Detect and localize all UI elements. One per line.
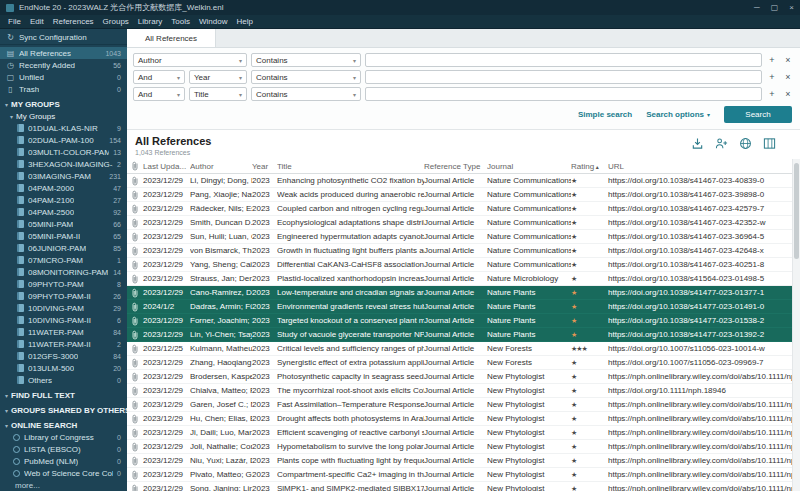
table-row[interactable]: 2023/12/29Forner, Joachim; Klei...2023Ta…: [127, 314, 792, 328]
table-row[interactable]: 2023/12/29Garen, Josef C.; Mich...2023Fa…: [127, 398, 792, 412]
table-row[interactable]: 2023/12/29Joli, Nathalie; Concia...2023H…: [127, 440, 792, 454]
group-item-11water-pam-ii[interactable]: 11WATER-PAM-II2: [0, 338, 127, 350]
remove-search-row-button[interactable]: ×: [782, 72, 794, 82]
search-value-input[interactable]: [365, 87, 762, 101]
group-item-07micro-pam[interactable]: 07MICRO-PAM1: [0, 254, 127, 266]
search-field-select[interactable]: Author▾: [133, 53, 247, 67]
online-item-pubmed-nlm[interactable]: PubMed (NLM)0: [0, 455, 127, 467]
group-item-06junior-pam[interactable]: 06JUNIOR-PAM85: [0, 242, 127, 254]
vertical-scrollbar[interactable]: [792, 159, 800, 491]
group-item-11water-pam[interactable]: 11WATER-PAM84: [0, 326, 127, 338]
group-item-04pam-2100[interactable]: 04PAM-210027: [0, 194, 127, 206]
column-header-journal[interactable]: Journal: [487, 162, 571, 171]
table-row[interactable]: 2023/12/29Rädecker, Nils; Escrig...2023C…: [127, 202, 792, 216]
group-item-04pam-2000[interactable]: 04PAM-200047: [0, 182, 127, 194]
table-row[interactable]: 2023/12/29Hu, Chen; Elias, Edua...2023Dr…: [127, 412, 792, 426]
search-condition-select[interactable]: Contains▾: [251, 87, 361, 101]
table-row[interactable]: 2024/1/2Dadras, Armin; Fürst-...2023Envi…: [127, 300, 792, 314]
group-item-08monitoring-pam[interactable]: 08MONITORING-PAM14: [0, 266, 127, 278]
close-button[interactable]: ×: [789, 3, 794, 12]
simple-search-link[interactable]: Simple search: [578, 110, 632, 119]
sidebar-item-recently-added[interactable]: ◷Recently Added56: [0, 59, 127, 71]
column-header-reference-type[interactable]: Reference Type: [424, 162, 487, 171]
layout-columns-icon[interactable]: [763, 137, 776, 150]
scrollbar-thumb[interactable]: [794, 163, 799, 259]
online-item-library-of-congress[interactable]: Library of Congress0: [0, 431, 127, 443]
menu-edit[interactable]: Edit: [26, 16, 48, 27]
add-search-row-button[interactable]: +: [766, 55, 778, 65]
online-item-web-of-science-core-colle[interactable]: Web of Science Core Colle...0: [0, 467, 127, 479]
search-field-select[interactable]: Year▾: [189, 70, 247, 84]
column-header-title[interactable]: Title: [277, 162, 424, 171]
group-item-09phyto-pam[interactable]: 09PHYTO-PAM8: [0, 278, 127, 290]
table-row[interactable]: 2023/12/29Yang, Sheng; Cai, We...2023Dif…: [127, 258, 792, 272]
group-item-others[interactable]: Others0: [0, 374, 127, 386]
group-item-05mini-pam-ii[interactable]: 05MINI-PAM-II65: [0, 230, 127, 242]
column-header-rating[interactable]: Rating ▴: [571, 162, 608, 171]
sidebar-item-all-references[interactable]: ▤All References1043: [0, 47, 127, 59]
maximize-button[interactable]: ▢: [771, 3, 779, 12]
sidebar-subsection-my-groups[interactable]: ▾ My Groups: [0, 110, 127, 122]
column-header-author[interactable]: Author: [190, 162, 252, 171]
table-row[interactable]: 2023/12/29Smith, Duncan D.; Ad...2023Eco…: [127, 216, 792, 230]
add-search-row-button[interactable]: +: [766, 72, 778, 82]
menu-file[interactable]: File: [4, 16, 25, 27]
group-item-10diving-pam[interactable]: 10DIVING-PAM29: [0, 302, 127, 314]
attachment-column-icon[interactable]: [127, 161, 143, 171]
sidebar-sync-configuration[interactable]: ↻ Sync Configuration: [0, 30, 127, 45]
column-header-last-upda[interactable]: Last Upda...: [143, 162, 190, 171]
search-value-input[interactable]: [365, 70, 762, 84]
search-options-link[interactable]: Search options ▾: [646, 110, 710, 119]
group-item-05mini-pam[interactable]: 05MINI-PAM66: [0, 218, 127, 230]
online-item-lista-ebsco[interactable]: LISTA (EBSCO)0: [0, 443, 127, 455]
table-row[interactable]: 2023/12/29Zhang, Haoqiang; Ha...2023Syne…: [127, 356, 792, 370]
sidebar-section-my-groups[interactable]: ▾ MY GROUPS: [0, 98, 127, 110]
menu-window[interactable]: Window: [195, 16, 231, 27]
table-row[interactable]: 2023/12/29Pang, Xiaojie; Nawro...2023Wea…: [127, 188, 792, 202]
group-item-10diving-pam-ii[interactable]: 10DIVING-PAM-II6: [0, 314, 127, 326]
table-row[interactable]: 2023/12/29Niu, Yuxi; Lazár, Duša...2023P…: [127, 454, 792, 468]
table-row[interactable]: 2023/12/29Lin, Yi-Chen; Tsay, Yi-...2023…: [127, 328, 792, 342]
sidebar-section-groups-shared[interactable]: ▾ GROUPS SHARED BY OTHERS: [0, 404, 127, 416]
table-row[interactable]: 2023/12/29Cano-Ramirez, Dora...2023Low-t…: [127, 286, 792, 300]
add-search-row-button[interactable]: +: [766, 89, 778, 99]
minimize-button[interactable]: ─: [754, 3, 760, 12]
sidebar-item-unfiled[interactable]: ▢Unfiled0: [0, 71, 127, 83]
remove-search-row-button[interactable]: ×: [782, 55, 794, 65]
sidebar-item-more[interactable]: more...: [0, 479, 127, 491]
group-item-03imaging-pam[interactable]: 03IMAGING-PAM231: [0, 170, 127, 182]
group-item-012gfs-3000[interactable]: 012GFS-300084: [0, 350, 127, 362]
menu-library[interactable]: Library: [134, 16, 166, 27]
menu-tools[interactable]: Tools: [167, 16, 194, 27]
table-row[interactable]: 2023/12/29Chialva, Matteo; Pato...2023Th…: [127, 384, 792, 398]
table-row[interactable]: 2023/12/29Sun, Huili; Luan, Guo...2023En…: [127, 230, 792, 244]
sidebar-item-trash[interactable]: ▯Trash0: [0, 83, 127, 95]
import-references-icon[interactable]: [691, 137, 704, 150]
table-row[interactable]: 2023/12/25Kulmann, Matheus S...2023Criti…: [127, 342, 792, 356]
menu-help[interactable]: Help: [232, 16, 256, 27]
table-row[interactable]: 2023/12/29Brodersen, Kasper El...2023Pho…: [127, 370, 792, 384]
online-search-globe-icon[interactable]: [739, 137, 752, 150]
search-condition-select[interactable]: Contains▾: [251, 53, 361, 67]
group-item-09phyto-pam-ii[interactable]: 09PHYTO-PAM-II26: [0, 290, 127, 302]
tab-all-references[interactable]: All References: [127, 29, 216, 47]
share-library-icon[interactable]: [715, 137, 728, 150]
menu-references[interactable]: References: [49, 16, 98, 27]
remove-search-row-button[interactable]: ×: [782, 89, 794, 99]
sidebar-section-find-full-text[interactable]: ▾ FIND FULL TEXT: [0, 389, 127, 401]
column-header-url[interactable]: URL: [608, 162, 792, 171]
table-row[interactable]: 2023/12/29Pivato, Matteo; Gren...2023Com…: [127, 468, 792, 482]
column-header-year[interactable]: Year: [252, 162, 277, 171]
boolean-operator-select[interactable]: And▾: [133, 87, 185, 101]
search-value-input[interactable]: [365, 53, 762, 67]
table-row[interactable]: 2023/12/29Li, Dingyi; Dong, Hon...2023En…: [127, 174, 792, 188]
group-item-04pam-2500[interactable]: 04PAM-250092: [0, 206, 127, 218]
search-button[interactable]: Search: [724, 106, 792, 123]
table-row[interactable]: 2023/12/29Strauss, Jan; Deng, Lo...2023P…: [127, 272, 792, 286]
menu-groups[interactable]: Groups: [99, 16, 133, 27]
group-item-03multi-color-pam[interactable]: 03MULTI-COLOR-PAM13: [0, 146, 127, 158]
search-field-select[interactable]: Title▾: [189, 87, 247, 101]
search-condition-select[interactable]: Contains▾: [251, 70, 361, 84]
sidebar-section-online-search[interactable]: ▾ ONLINE SEARCH: [0, 419, 127, 431]
table-row[interactable]: 2023/12/29von Bismarck, Thekla...2023Gro…: [127, 244, 792, 258]
